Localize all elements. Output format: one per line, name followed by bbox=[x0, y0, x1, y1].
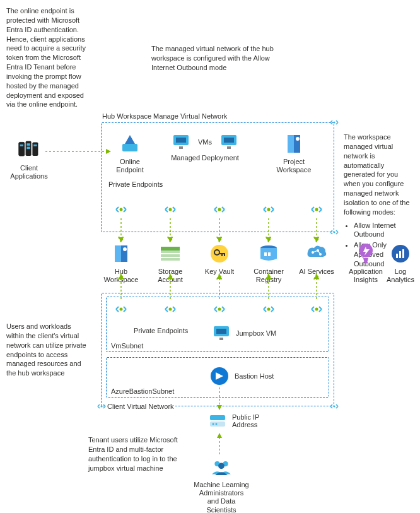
arrow-client-to-endpoint bbox=[44, 148, 114, 155]
bastion-icon bbox=[209, 366, 230, 386]
svg-point-57 bbox=[315, 308, 318, 311]
ai-services-icon bbox=[305, 242, 328, 265]
vmsubnet-label: VmSubnet bbox=[110, 342, 144, 350]
jumpbox-vm: Jumpbox VM bbox=[212, 324, 276, 342]
svg-point-54 bbox=[169, 308, 172, 311]
svg-rect-13 bbox=[179, 146, 183, 149]
svg-point-56 bbox=[267, 308, 271, 311]
vnet-icon bbox=[329, 401, 339, 411]
svg-rect-63 bbox=[210, 415, 225, 420]
svg-rect-7 bbox=[20, 144, 23, 146]
private-endpoints-label-2: Private Endpoints bbox=[132, 327, 189, 334]
private-endpoint-icon bbox=[163, 302, 178, 317]
note-bottom: Tenant users utilize Microsoft Entra ID … bbox=[88, 435, 189, 473]
svg-point-0 bbox=[334, 122, 335, 124]
svg-rect-8 bbox=[33, 144, 37, 146]
project-workspace-label: Project Workspace bbox=[271, 158, 317, 174]
log-analytics-label: Log Analytics bbox=[385, 268, 416, 284]
bastion-host: Bastion Host bbox=[209, 366, 274, 386]
private-endpoint-icon bbox=[309, 302, 324, 317]
svg-point-22 bbox=[315, 208, 318, 211]
svg-rect-43 bbox=[396, 254, 398, 258]
svg-rect-6 bbox=[26, 147, 30, 150]
app-insights-icon bbox=[354, 242, 377, 265]
app-insights-label: Application Insights bbox=[343, 268, 388, 284]
svg-rect-4 bbox=[32, 142, 38, 156]
note-left-mid: Users and workloads within the client's … bbox=[6, 322, 88, 378]
storage-icon bbox=[159, 242, 182, 265]
svg-rect-10 bbox=[122, 144, 137, 151]
managed-deployment: VMs Managed Deployment bbox=[170, 133, 240, 162]
jumpbox-label: Jumpbox VM bbox=[236, 329, 276, 337]
workspace-icon bbox=[110, 242, 132, 265]
log-analytics: Log Analytics bbox=[385, 242, 416, 284]
private-endpoint-icon bbox=[212, 302, 227, 317]
private-endpoint-icon bbox=[114, 302, 129, 317]
svg-point-65 bbox=[213, 423, 214, 425]
connectors-pe-top bbox=[101, 217, 334, 242]
svg-rect-37 bbox=[268, 252, 271, 256]
hub-vnet-label: Hub Workspace Manage Virtual Network bbox=[101, 112, 228, 120]
ml-admins: Machine Learning Administrators and Data… bbox=[193, 456, 250, 513]
svg-rect-45 bbox=[402, 249, 404, 258]
svg-rect-16 bbox=[227, 146, 231, 149]
svg-point-21 bbox=[267, 208, 271, 211]
public-ip-label: Public IP Address bbox=[232, 413, 270, 428]
log-analytics-icon bbox=[389, 242, 412, 265]
note-right-text: The workspace managed virtual network is… bbox=[344, 133, 410, 216]
workspace-icon bbox=[283, 133, 305, 155]
private-endpoint-icon bbox=[114, 202, 129, 217]
client-apps-label: Client Applications bbox=[6, 164, 52, 180]
project-workspace: Project Workspace bbox=[271, 133, 317, 174]
svg-rect-30 bbox=[161, 251, 180, 261]
vnet-icon bbox=[96, 401, 107, 411]
svg-rect-32 bbox=[161, 257, 180, 258]
svg-point-66 bbox=[216, 423, 218, 425]
svg-rect-29 bbox=[161, 247, 180, 251]
private-endpoint-icon bbox=[163, 202, 178, 217]
svg-point-19 bbox=[169, 208, 172, 211]
online-endpoint-icon bbox=[119, 133, 141, 155]
svg-rect-2 bbox=[19, 142, 25, 156]
online-endpoint: Online Endpoint bbox=[107, 133, 153, 174]
servers-icon bbox=[18, 139, 40, 162]
svg-point-53 bbox=[120, 308, 123, 311]
connector-bastion-pip bbox=[214, 386, 225, 411]
svg-rect-5 bbox=[26, 143, 30, 146]
svg-rect-15 bbox=[224, 138, 234, 143]
svg-point-28 bbox=[123, 247, 127, 251]
svg-point-70 bbox=[218, 463, 225, 469]
vm-icon bbox=[212, 324, 231, 342]
private-endpoints-label-1: Private Endpoints bbox=[107, 180, 164, 188]
public-ip-icon bbox=[208, 413, 227, 429]
svg-rect-60 bbox=[219, 338, 223, 340]
private-endpoint-icon bbox=[261, 202, 276, 217]
key-vault-icon bbox=[208, 242, 231, 265]
vm-icon bbox=[219, 133, 238, 151]
note-topcenter: The managed virtual network of the hub w… bbox=[151, 44, 277, 73]
online-endpoint-label: Online Endpoint bbox=[107, 158, 153, 174]
private-endpoint-icon bbox=[261, 302, 276, 317]
connector-users-pip bbox=[214, 430, 225, 456]
svg-point-51 bbox=[101, 406, 103, 408]
svg-rect-36 bbox=[264, 252, 267, 256]
bastion-subnet-label: AzureBastionSubnet bbox=[110, 387, 175, 395]
managed-deployment-label: Managed Deployment bbox=[171, 154, 239, 162]
container-registry-icon bbox=[257, 242, 280, 265]
client-applications: Client Applications bbox=[6, 139, 52, 180]
public-ip: Public IP Address bbox=[208, 413, 270, 429]
svg-point-55 bbox=[218, 308, 221, 311]
svg-point-20 bbox=[218, 208, 221, 211]
svg-rect-59 bbox=[216, 329, 226, 334]
bullet-allow-internet: Allow Internet Outbound bbox=[354, 221, 413, 240]
note-topleft: The online endpoint is protected with Mi… bbox=[6, 6, 95, 109]
private-endpoint-icon bbox=[212, 202, 227, 217]
bastion-host-label: Bastion Host bbox=[235, 372, 274, 380]
vnet-icon bbox=[329, 117, 339, 127]
client-vnet-box-label: Client Virtual Network bbox=[106, 403, 175, 410]
private-endpoint-icon bbox=[309, 202, 324, 217]
svg-point-18 bbox=[120, 208, 123, 211]
svg-rect-12 bbox=[176, 138, 186, 143]
application-insights: Application Insights bbox=[343, 242, 388, 284]
svg-point-52 bbox=[334, 406, 335, 408]
